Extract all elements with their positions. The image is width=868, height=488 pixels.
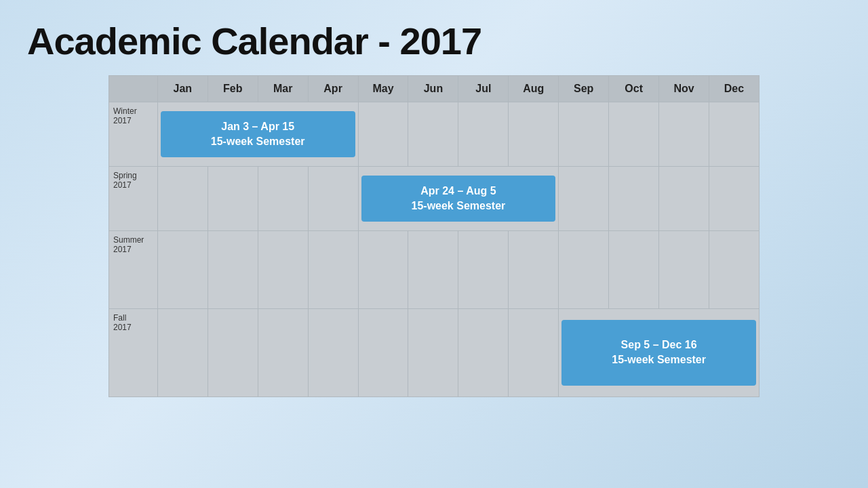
winter-label: Winter 2017 bbox=[109, 102, 158, 167]
header-row: Jan Feb Mar Apr May Jun Jul Aug Sep Oct … bbox=[109, 76, 760, 102]
spring-sep bbox=[559, 167, 609, 231]
header-feb: Feb bbox=[208, 76, 258, 102]
header-oct: Oct bbox=[609, 76, 659, 102]
header-aug: Aug bbox=[509, 76, 559, 102]
summer-nov bbox=[659, 231, 709, 309]
fall-aug bbox=[509, 309, 559, 397]
header-empty bbox=[109, 76, 158, 102]
summer-oct bbox=[609, 231, 659, 309]
winter-aug bbox=[509, 102, 559, 167]
winter-jun bbox=[408, 102, 458, 167]
fall-block-cell: Sep 5 – Dec 16 15-week Semester bbox=[559, 309, 760, 397]
fall-mar bbox=[258, 309, 308, 397]
summer-sep bbox=[559, 231, 609, 309]
summer-feb bbox=[208, 231, 258, 309]
winter-sep bbox=[559, 102, 609, 167]
fall-jul bbox=[458, 309, 509, 397]
header-apr: Apr bbox=[308, 76, 358, 102]
spring-semester-block: Apr 24 – Aug 5 15-week Semester bbox=[361, 176, 556, 222]
spring-nov bbox=[659, 167, 709, 231]
header-jul: Jul bbox=[458, 76, 509, 102]
winter-nov bbox=[659, 102, 709, 167]
fall-apr bbox=[308, 309, 358, 397]
spring-date-range: Apr 24 – Aug 5 bbox=[420, 184, 496, 199]
header-nov: Nov bbox=[659, 76, 709, 102]
header-mar: Mar bbox=[258, 76, 308, 102]
spring-feb bbox=[208, 167, 258, 231]
fall-date-range: Sep 5 – Dec 16 bbox=[621, 338, 697, 352]
spring-mar bbox=[258, 167, 308, 231]
summer-jul bbox=[458, 231, 509, 309]
winter-semester-block: Jan 3 – Apr 15 15-week Semester bbox=[161, 111, 355, 158]
winter-oct bbox=[609, 102, 659, 167]
summer-aug bbox=[509, 231, 559, 309]
header-jun: Jun bbox=[408, 76, 458, 102]
spring-dec bbox=[709, 167, 760, 231]
winter-semester-label: 15-week Semester bbox=[211, 134, 305, 149]
fall-label: Fall 2017 bbox=[109, 309, 158, 397]
fall-may bbox=[358, 309, 408, 397]
header-may: May bbox=[358, 76, 408, 102]
summer-dec bbox=[709, 231, 760, 309]
spring-apr bbox=[308, 167, 358, 231]
calendar-table: Jan Feb Mar Apr May Jun Jul Aug Sep Oct … bbox=[108, 75, 760, 397]
spring-block-cell: Apr 24 – Aug 5 15-week Semester bbox=[358, 167, 559, 231]
summer-label: Summer 2017 bbox=[109, 231, 158, 309]
spring-jan bbox=[157, 167, 208, 231]
fall-semester-block: Sep 5 – Dec 16 15-week Semester bbox=[561, 320, 756, 386]
header-jan: Jan bbox=[157, 76, 208, 102]
header-dec: Dec bbox=[709, 76, 760, 102]
fall-jun bbox=[408, 309, 458, 397]
spring-semester-label: 15-week Semester bbox=[412, 199, 506, 214]
fall-jan bbox=[157, 309, 208, 397]
spring-row: Spring 2017 Apr 24 – Aug 5 15-week Semes… bbox=[109, 167, 760, 231]
fall-row: Fall 2017 Sep 5 – Dec 16 15-week Semeste… bbox=[109, 309, 760, 397]
winter-may bbox=[358, 102, 408, 167]
fall-feb bbox=[208, 309, 258, 397]
summer-mar bbox=[258, 231, 308, 309]
fall-semester-label: 15-week Semester bbox=[612, 352, 706, 367]
summer-jan bbox=[157, 231, 208, 309]
spring-oct bbox=[609, 167, 659, 231]
summer-may bbox=[358, 231, 408, 309]
winter-row: Winter 2017 Jan 3 – Apr 15 15-week Semes… bbox=[109, 102, 760, 167]
calendar-wrapper: Jan Feb Mar Apr May Jun Jul Aug Sep Oct … bbox=[108, 75, 760, 397]
winter-dec bbox=[709, 102, 760, 167]
winter-jul bbox=[458, 102, 509, 167]
page-title: Academic Calendar - 2017 bbox=[0, 0, 868, 75]
summer-apr bbox=[308, 231, 358, 309]
summer-row: Summer 2017 bbox=[109, 231, 760, 309]
header-sep: Sep bbox=[559, 76, 609, 102]
winter-block-cell: Jan 3 – Apr 15 15-week Semester bbox=[157, 102, 358, 167]
winter-date-range: Jan 3 – Apr 15 bbox=[221, 119, 294, 134]
summer-jun bbox=[408, 231, 458, 309]
spring-label: Spring 2017 bbox=[109, 167, 158, 231]
